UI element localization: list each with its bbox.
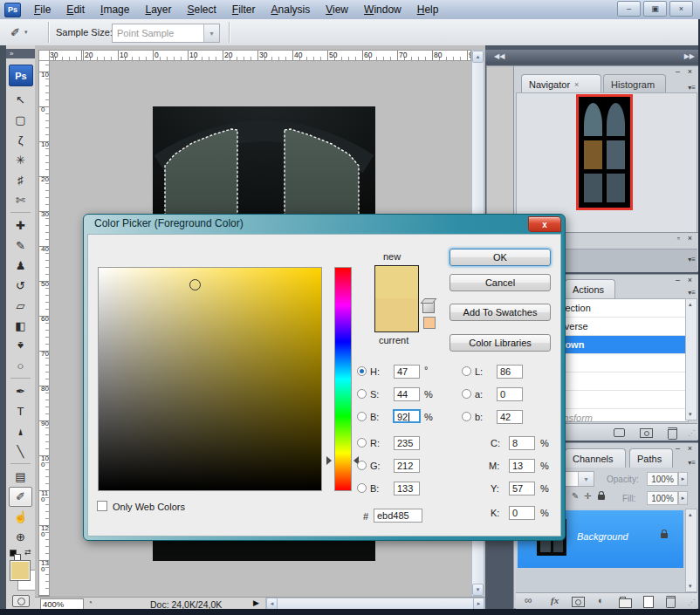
- panel-minimize-icon[interactable]: –: [676, 445, 680, 452]
- notes-tool[interactable]: ▤: [9, 467, 32, 487]
- b2-field[interactable]: 133: [394, 482, 420, 495]
- opacity-slider-icon[interactable]: ▸: [678, 472, 688, 486]
- adjustment-layer-icon[interactable]: ◐: [598, 595, 604, 605]
- panel-menu-icon[interactable]: ▾≡: [688, 256, 696, 263]
- scroll-down-icon[interactable]: ▾: [689, 411, 692, 418]
- scroll-down-icon[interactable]: ▾: [472, 584, 484, 596]
- swap-colors-icon[interactable]: ⇄: [24, 548, 31, 557]
- type-tool[interactable]: T: [9, 401, 32, 421]
- ok-button[interactable]: OK: [450, 249, 551, 266]
- opacity-value[interactable]: 100%: [647, 472, 678, 486]
- link-layers-icon[interactable]: ∞: [525, 594, 532, 606]
- blur-tool[interactable]: ♠: [9, 336, 32, 356]
- layers-scrollbar[interactable]: ▴ ▾: [685, 509, 697, 592]
- r-field[interactable]: 235: [394, 436, 420, 450]
- horizontal-scrollbar[interactable]: ◂ ▸: [265, 598, 485, 610]
- radio-g[interactable]: [357, 461, 367, 470]
- s-field[interactable]: 44: [394, 387, 420, 401]
- resize-grip-icon[interactable]: ⋰: [688, 598, 695, 606]
- menu-item[interactable]: Select: [179, 2, 223, 17]
- eyedropper-tool[interactable]: ✐: [9, 487, 32, 507]
- scroll-left-icon[interactable]: ◂: [266, 598, 278, 610]
- close-button[interactable]: ×: [669, 1, 693, 17]
- tab-actions[interactable]: Actions: [565, 279, 615, 298]
- ps-branding-button[interactable]: Ps: [9, 65, 33, 86]
- cancel-button[interactable]: Cancel: [450, 274, 551, 291]
- tab-close-icon[interactable]: ×: [574, 80, 579, 89]
- path-selection-tool[interactable]: ▲: [9, 421, 32, 441]
- fill-slider-icon[interactable]: ▸: [678, 491, 688, 505]
- panel-menu-icon[interactable]: ▾≡: [688, 459, 696, 467]
- line-tool[interactable]: ╲: [9, 441, 32, 461]
- menu-item[interactable]: Help: [409, 2, 447, 17]
- radio-b2[interactable]: [357, 483, 367, 493]
- lasso-tool[interactable]: ζ: [9, 130, 32, 150]
- color-libraries-button[interactable]: Color Libraries: [450, 334, 551, 352]
- app-logo-icon[interactable]: Ps: [4, 3, 21, 17]
- tab-navigator[interactable]: Navigator ×: [521, 74, 601, 93]
- trash-icon[interactable]: [668, 427, 677, 440]
- menu-item[interactable]: View: [318, 2, 356, 17]
- layer-style-fx-icon[interactable]: fx: [551, 595, 559, 605]
- menu-item[interactable]: Analysis: [264, 2, 319, 17]
- brush-tool[interactable]: ✎: [9, 236, 32, 256]
- color-field[interactable]: [98, 267, 322, 491]
- menu-item[interactable]: File: [26, 2, 58, 17]
- h-field[interactable]: 47: [394, 365, 420, 379]
- scroll-up-icon[interactable]: ▴: [689, 511, 692, 518]
- quick-mask-button[interactable]: [12, 595, 30, 607]
- rectangular-marquee-tool[interactable]: ▢: [9, 110, 32, 130]
- panel-close-icon[interactable]: ×: [688, 445, 692, 452]
- add-to-swatches-button[interactable]: Add To Swatches: [450, 304, 551, 321]
- status-menu-arrow-icon[interactable]: ▶: [253, 598, 259, 607]
- healing-brush-tool[interactable]: ✚: [9, 215, 32, 236]
- quick-selection-tool[interactable]: ✳: [9, 150, 32, 170]
- g-field[interactable]: 212: [394, 459, 420, 473]
- hue-arrow-left-icon[interactable]: [326, 456, 332, 465]
- dodge-tool[interactable]: ○: [9, 356, 32, 376]
- web-safe-cube-icon[interactable]: [422, 301, 435, 313]
- eraser-tool[interactable]: ▱: [9, 296, 32, 316]
- panel-menu-icon[interactable]: ▾≡: [688, 289, 696, 297]
- lock-position-icon[interactable]: ✛: [584, 491, 591, 501]
- radio-s[interactable]: [357, 389, 367, 399]
- navigator-view-box[interactable]: [576, 94, 633, 210]
- hand-tool[interactable]: ☝: [9, 507, 32, 527]
- history-brush-tool[interactable]: ↺: [9, 276, 32, 296]
- record-snapshot-icon[interactable]: [640, 428, 653, 438]
- panel-minimize-icon[interactable]: –: [676, 277, 680, 284]
- radio-r[interactable]: [357, 438, 367, 448]
- fill-value[interactable]: 100%: [647, 491, 678, 505]
- panel-restore-icon[interactable]: ▫: [677, 235, 680, 242]
- radio-h[interactable]: [357, 366, 367, 376]
- sample-size-dropdown[interactable]: Point Sample ▾: [112, 24, 220, 43]
- web-safe-swatch[interactable]: [423, 317, 436, 329]
- scroll-up-icon[interactable]: ▴: [472, 51, 484, 63]
- panel-minimize-icon[interactable]: –: [676, 68, 680, 75]
- menu-item[interactable]: Window: [356, 2, 409, 17]
- radio-l[interactable]: [462, 366, 471, 376]
- radio-a[interactable]: [462, 389, 471, 399]
- tab-paths[interactable]: Paths: [629, 448, 673, 468]
- minimize-button[interactable]: –: [617, 1, 641, 17]
- panel-menu-icon[interactable]: ▾≡: [688, 84, 696, 92]
- scroll-right-icon[interactable]: ▸: [473, 598, 484, 610]
- lock-pixels-icon[interactable]: ✎: [572, 491, 579, 501]
- resize-grip-icon[interactable]: ⋰: [688, 429, 695, 437]
- collapse-dock-icon[interactable]: ◀◀: [494, 50, 504, 64]
- color-field-cursor[interactable]: [189, 279, 201, 290]
- scroll-down-icon[interactable]: ▾: [689, 583, 692, 590]
- zoom-tool[interactable]: ⊕: [9, 527, 32, 547]
- menu-item[interactable]: Filter: [224, 2, 264, 17]
- panel-close-icon[interactable]: ×: [688, 68, 692, 75]
- hex-field[interactable]: ebd485: [374, 509, 422, 523]
- menu-item[interactable]: Layer: [137, 2, 179, 17]
- chevron-down-icon[interactable]: ▾: [203, 24, 219, 42]
- panel-close-icon[interactable]: ×: [688, 277, 692, 284]
- crop-tool[interactable]: ♯: [9, 170, 32, 190]
- b-field[interactable]: 92: [393, 409, 421, 423]
- current-color-swatch[interactable]: [375, 298, 418, 331]
- lab-b-field[interactable]: 42: [497, 410, 523, 424]
- new-layer-icon[interactable]: [643, 596, 654, 608]
- a-field[interactable]: 0: [497, 387, 523, 401]
